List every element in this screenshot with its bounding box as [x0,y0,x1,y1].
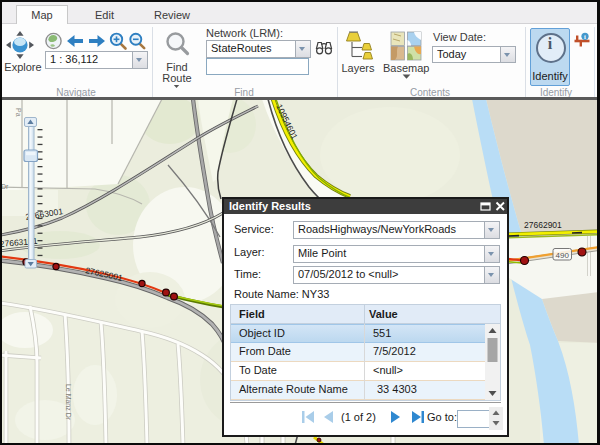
svg-text:i: i [584,33,586,40]
svg-text:27662901: 27662901 [524,220,562,230]
svg-text:Dr: Dr [2,183,9,190]
svg-text:Pa: Pa [15,108,22,117]
svg-text:490: 490 [556,251,570,260]
svg-text:Le Manz Dr: Le Manz Dr [65,384,72,421]
